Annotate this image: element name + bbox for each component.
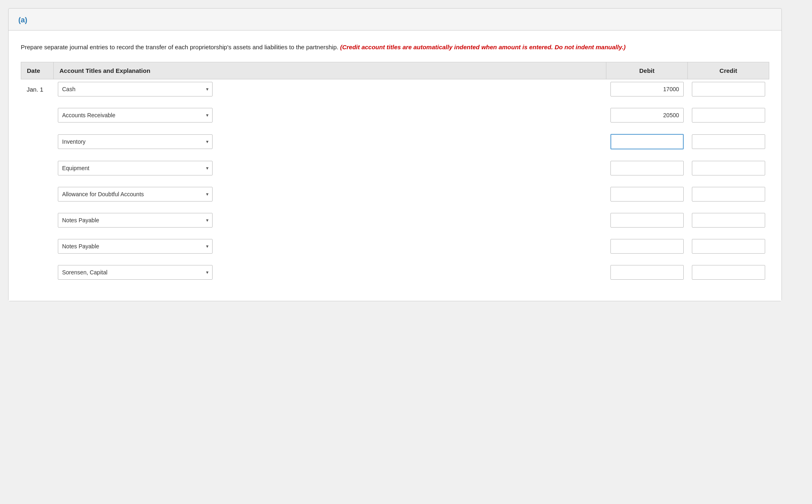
date-cell — [21, 237, 54, 256]
date-cell — [21, 210, 54, 230]
journal-table: Date Account Titles and Explanation Debi… — [21, 62, 769, 289]
account-select[interactable]: CashAccounts ReceivableInventoryEquipmen… — [58, 265, 213, 280]
main-container: (a) Prepare separate journal entries to … — [8, 8, 782, 301]
debit-input[interactable] — [610, 213, 684, 228]
credit-input[interactable] — [692, 239, 765, 254]
date-cell — [21, 105, 54, 125]
debit-cell[interactable] — [606, 184, 688, 204]
header-account: Account Titles and Explanation — [54, 62, 606, 79]
instructions-block: Prepare separate journal entries to reco… — [21, 43, 769, 52]
table-row: CashAccounts ReceivableInventoryEquipmen… — [21, 158, 769, 178]
spacer-row — [21, 152, 769, 158]
debit-cell[interactable] — [606, 263, 688, 282]
account-select[interactable]: CashAccounts ReceivableInventoryEquipmen… — [58, 187, 213, 202]
date-cell: Jan. 1 — [21, 79, 54, 99]
spacer-row — [21, 99, 769, 105]
credit-cell[interactable] — [688, 184, 769, 204]
account-select[interactable]: CashAccounts ReceivableInventoryEquipmen… — [58, 161, 213, 175]
debit-cell[interactable] — [606, 237, 688, 256]
account-select[interactable]: CashAccounts ReceivableInventoryEquipmen… — [58, 108, 213, 123]
inner-content: Prepare separate journal entries to reco… — [9, 31, 781, 301]
credit-cell[interactable] — [688, 105, 769, 125]
credit-cell[interactable] — [688, 237, 769, 256]
debit-input[interactable] — [610, 82, 684, 96]
header-debit: Debit — [606, 62, 688, 79]
credit-cell[interactable] — [688, 158, 769, 178]
credit-input[interactable] — [692, 161, 765, 175]
account-cell[interactable]: CashAccounts ReceivableInventoryEquipmen… — [54, 79, 606, 99]
spacer-row — [21, 256, 769, 263]
instructions-red-text: (Credit account titles are automatically… — [340, 44, 625, 50]
debit-input[interactable] — [610, 265, 684, 280]
debit-cell[interactable] — [606, 79, 688, 99]
table-row: Jan. 1CashAccounts ReceivableInventoryEq… — [21, 79, 769, 99]
debit-input[interactable] — [610, 134, 684, 149]
spacer-row — [21, 204, 769, 210]
table-header-row: Date Account Titles and Explanation Debi… — [21, 62, 769, 79]
credit-input[interactable] — [692, 134, 765, 149]
spacer-row — [21, 178, 769, 184]
table-row: CashAccounts ReceivableInventoryEquipmen… — [21, 131, 769, 152]
account-select[interactable]: CashAccounts ReceivableInventoryEquipmen… — [58, 239, 213, 254]
debit-cell[interactable] — [606, 158, 688, 178]
credit-cell[interactable] — [688, 79, 769, 99]
debit-cell[interactable] — [606, 105, 688, 125]
credit-input[interactable] — [692, 82, 765, 96]
account-cell[interactable]: CashAccounts ReceivableInventoryEquipmen… — [54, 263, 606, 282]
date-cell — [21, 131, 54, 152]
credit-input[interactable] — [692, 213, 765, 228]
header-date: Date — [21, 62, 54, 79]
credit-input[interactable] — [692, 187, 765, 202]
table-row: CashAccounts ReceivableInventoryEquipmen… — [21, 237, 769, 256]
credit-cell[interactable] — [688, 263, 769, 282]
header-credit: Credit — [688, 62, 769, 79]
account-select[interactable]: CashAccounts ReceivableInventoryEquipmen… — [58, 82, 213, 96]
section-label: (a) — [9, 9, 781, 31]
table-row: CashAccounts ReceivableInventoryEquipmen… — [21, 184, 769, 204]
account-cell[interactable]: CashAccounts ReceivableInventoryEquipmen… — [54, 237, 606, 256]
spacer-row — [21, 230, 769, 237]
account-cell[interactable]: CashAccounts ReceivableInventoryEquipmen… — [54, 184, 606, 204]
debit-input[interactable] — [610, 187, 684, 202]
credit-input[interactable] — [692, 108, 765, 123]
spacer-row — [21, 282, 769, 289]
account-select[interactable]: CashAccounts ReceivableInventoryEquipmen… — [58, 134, 213, 149]
account-cell[interactable]: CashAccounts ReceivableInventoryEquipmen… — [54, 158, 606, 178]
account-cell[interactable]: CashAccounts ReceivableInventoryEquipmen… — [54, 131, 606, 152]
table-row: CashAccounts ReceivableInventoryEquipmen… — [21, 105, 769, 125]
date-cell — [21, 158, 54, 178]
account-cell[interactable]: CashAccounts ReceivableInventoryEquipmen… — [54, 210, 606, 230]
account-cell[interactable]: CashAccounts ReceivableInventoryEquipmen… — [54, 105, 606, 125]
date-cell — [21, 263, 54, 282]
credit-cell[interactable] — [688, 131, 769, 152]
credit-input[interactable] — [692, 265, 765, 280]
spacer-row — [21, 125, 769, 131]
credit-cell[interactable] — [688, 210, 769, 230]
date-cell — [21, 184, 54, 204]
debit-input[interactable] — [610, 239, 684, 254]
table-row: CashAccounts ReceivableInventoryEquipmen… — [21, 210, 769, 230]
debit-input[interactable] — [610, 161, 684, 175]
table-row: CashAccounts ReceivableInventoryEquipmen… — [21, 263, 769, 282]
debit-cell[interactable] — [606, 210, 688, 230]
debit-input[interactable] — [610, 108, 684, 123]
instructions-main-text: Prepare separate journal entries to reco… — [21, 44, 338, 50]
account-select[interactable]: CashAccounts ReceivableInventoryEquipmen… — [58, 213, 213, 228]
debit-cell[interactable] — [606, 131, 688, 152]
